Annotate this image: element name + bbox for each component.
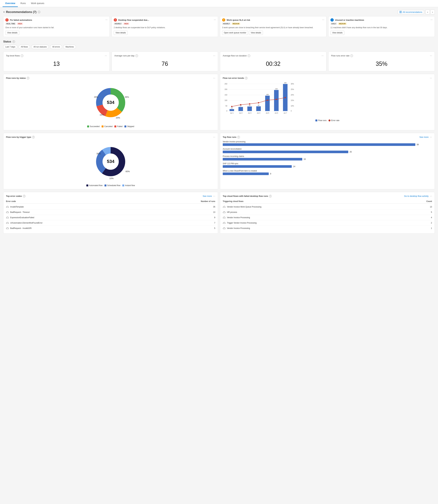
open-wq-button[interactable]: Open work queue monitor [222, 31, 248, 35]
top-flow-see-more[interactable]: See more [419, 136, 428, 138]
top-flow-item-4: When a new SharePoint item is created 9 [223, 170, 432, 175]
col-header-count: Count [426, 200, 432, 203]
top-flow-runs-info[interactable]: i [237, 136, 240, 138]
filter-allerrors[interactable]: All errors [50, 45, 62, 49]
svg-text:Jul 3: Jul 3 [248, 112, 252, 114]
flow-runs-by-status-title: Flow runs by status i [6, 77, 29, 80]
error-codes-info[interactable]: i [23, 195, 25, 197]
error-codes-more[interactable]: ··· [213, 195, 215, 198]
svg-text:20%: 20% [116, 116, 120, 119]
top-flow-label-4: When a new SharePoint item is created [223, 170, 432, 172]
status-section: Status i Last 7 days All flows All run s… [3, 40, 435, 49]
svg-text:20%: 20% [291, 94, 294, 96]
rec-desc-3: 11 machines didn't have any desktop flow… [330, 26, 433, 29]
svg-text:534: 534 [107, 159, 115, 164]
more-button-1[interactable]: ··· [214, 18, 216, 21]
all-recommendations-button[interactable]: All recommendations [398, 10, 424, 14]
error-row-left-0: InvalidTemplate [6, 206, 24, 208]
view-details-button-2[interactable]: View details [249, 31, 263, 35]
bottom-row: Top error codes i See more ··· Error cod… [3, 192, 435, 234]
error-cloud-icon-1 [6, 211, 9, 214]
flow-runs-status-more[interactable]: ··· [213, 77, 215, 80]
top-flow-bar-row-3: 14 [223, 165, 432, 168]
top-flow-count-0: 39 [417, 143, 419, 146]
legend-errorrate: Error rate [328, 119, 339, 122]
filter-machines[interactable]: Machines [63, 45, 76, 49]
error-code-3: UIAutomation.ElementNotFoundError [10, 222, 43, 224]
collapse-icon[interactable]: ∨ [3, 11, 5, 13]
top-flow-bar-2 [223, 158, 302, 160]
svg-rect-1 [399, 12, 402, 12]
legend-canceled: Canceled [102, 125, 113, 127]
svg-rect-2 [399, 13, 402, 13]
stat-more-2[interactable]: ··· [322, 54, 324, 57]
flow-runs-status-info[interactable]: i [27, 77, 29, 80]
filter-allrunstatuses[interactable]: All run statuses [31, 45, 49, 49]
more-button-2[interactable]: ··· [322, 18, 324, 21]
badge-row-3: DAILY Medium [330, 23, 433, 25]
stat-info-1[interactable]: i [135, 55, 138, 57]
view-details-button-1[interactable]: View details [114, 31, 128, 35]
recommendations-info-icon[interactable]: i [38, 11, 40, 13]
error-trends-info[interactable]: i [245, 77, 248, 80]
error-trends-more[interactable]: ··· [430, 77, 432, 80]
stat-value-3: 35% [331, 59, 432, 69]
cloud-name-4: Vendor Invoice Processing [227, 227, 250, 229]
col-header-trigger: Triggering cloud flows [223, 200, 243, 203]
status-info-icon[interactable]: i [12, 40, 15, 43]
stat-more-3[interactable]: ··· [430, 54, 432, 57]
cloud-row-left-2: Vendor Invoice Processing [223, 216, 250, 219]
error-codes-see-more[interactable]: See more [203, 195, 212, 197]
legend-failed: Failed [114, 125, 122, 127]
rec-desc-2: 3 work queues are close to breaching the… [222, 26, 324, 29]
top-flow-more[interactable]: ··· [430, 136, 432, 139]
svg-text:15%: 15% [100, 114, 104, 116]
cloud-icon-1 [223, 211, 226, 214]
error-row-0: InvalidTemplate 35 [6, 204, 215, 210]
stat-info-3[interactable]: i [350, 55, 353, 57]
rec-btn-row-2: Open work queue monitor View details [222, 31, 324, 35]
svg-text:10%: 10% [109, 177, 114, 180]
trigger-type-info[interactable]: i [32, 136, 35, 138]
svg-text:10%: 10% [291, 105, 294, 107]
col-header-runs: Number of runs [201, 200, 215, 203]
trigger-type-more[interactable]: ··· [213, 136, 215, 139]
error-point-5 [267, 100, 268, 101]
error-codes-col-headers: Error code Number of runs [6, 199, 215, 204]
error-count-3: 7 [214, 222, 215, 224]
stat-more-1[interactable]: ··· [213, 54, 215, 57]
error-codes-header: Top error codes i See more ··· [6, 195, 215, 198]
view-details-button-3[interactable]: View details [330, 31, 344, 35]
next-arrow-button[interactable]: › [430, 10, 435, 14]
error-codes-rows: InvalidTemplate 35 BadRequest - Timeout … [6, 204, 215, 231]
filter-last7days[interactable]: Last 7 days [3, 45, 17, 49]
cloud-flows-link[interactable]: Go to desktop flow activity [404, 195, 429, 197]
svg-text:Jul 7: Jul 7 [284, 112, 287, 114]
top-flow-bar-0 [223, 143, 415, 146]
error-row-4: BadRequest - InvalidURI 5 [6, 226, 215, 231]
tab-workqueues[interactable]: Work queues [28, 0, 47, 7]
more-button-3[interactable]: ··· [431, 18, 433, 21]
cloud-flows-title: Top cloud flows with failed desktop flow… [223, 195, 272, 197]
cloud-flows-more[interactable]: ··· [430, 195, 432, 198]
top-error-codes-section: Top error codes i See more ··· Error cod… [3, 192, 218, 234]
tab-runs[interactable]: Runs [18, 0, 28, 7]
cloud-flows-info[interactable]: i [269, 195, 272, 197]
stat-info-0[interactable]: i [21, 55, 23, 57]
error-point-3 [249, 103, 250, 104]
more-button-0[interactable]: ··· [105, 18, 108, 21]
error-cloud-icon-4 [6, 227, 9, 230]
stat-more-0[interactable]: ··· [105, 54, 107, 57]
rec-btn-row-3: View details [330, 31, 433, 35]
tab-overview[interactable]: Overview [3, 0, 18, 7]
view-details-button-0[interactable]: View details [5, 31, 19, 35]
top-flow-bar-1 [223, 151, 348, 153]
cloud-row-left-3: Trigger Vendor Invoice Processing [223, 221, 257, 224]
error-point-4 [258, 102, 259, 103]
top-cloud-flows-section: Top cloud flows with failed desktop flow… [220, 192, 435, 234]
stat-info-2[interactable]: i [248, 55, 250, 57]
prev-arrow-button[interactable]: ‹ [425, 10, 430, 14]
error-point-7 [285, 97, 286, 98]
filter-allflows[interactable]: All flows [19, 45, 30, 49]
svg-text:30: 30 [249, 104, 251, 106]
